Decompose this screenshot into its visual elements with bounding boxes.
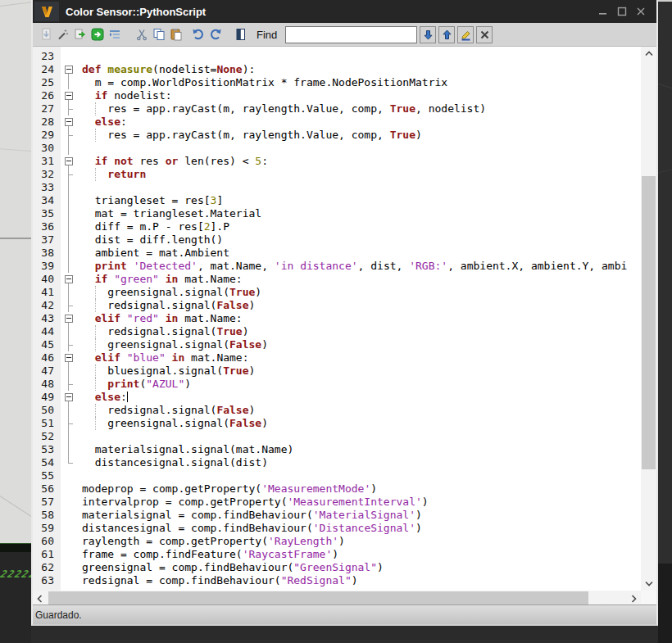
line-number: 51 [33, 417, 61, 430]
scroll-down-icon[interactable] [641, 577, 656, 591]
code-text: triangleset = res[3] [79, 194, 641, 207]
code-line[interactable]: 30 [33, 142, 641, 155]
code-editor[interactable]: 2324def measure(nodelist=None):25 m = co… [33, 47, 656, 606]
vertical-scroll-thumb[interactable] [642, 176, 656, 469]
code-line[interactable]: 59distancesignal = comp.findBehaviour('D… [33, 522, 641, 535]
paste-icon[interactable] [167, 25, 184, 43]
code-line[interactable]: 55 [33, 469, 641, 482]
line-number: 27 [33, 102, 61, 115]
line-number: 25 [33, 76, 61, 89]
line-number: 62 [33, 561, 61, 574]
background-dark-area [0, 552, 31, 643]
minimize-icon[interactable] [597, 6, 609, 18]
code-line[interactable]: 45 greensignal.signal(False) [33, 338, 641, 351]
code-line[interactable]: 46 elif "blue" in mat.Name: [33, 351, 641, 365]
clear-find-icon[interactable] [476, 26, 493, 43]
fold-margin [61, 233, 79, 247]
code-line[interactable]: 62greensignal = comp.findBehaviour("Gree… [33, 561, 641, 574]
fold-margin [61, 142, 79, 155]
code-line[interactable]: 35 mat = triangleset.Material [33, 207, 641, 220]
code-line[interactable]: 47 bluesignal.signal(True) [33, 365, 641, 378]
code-line[interactable]: 31 if not res or len(res) < 5: [33, 155, 641, 168]
code-line[interactable]: 26 if nodelist: [33, 89, 641, 102]
code-line[interactable]: 52 [33, 430, 641, 443]
code-text: elif "blue" in mat.Name: [79, 351, 641, 365]
new-document-icon[interactable] [232, 25, 249, 43]
export-icon[interactable] [71, 25, 89, 43]
horizontal-scroll-thumb[interactable] [48, 591, 588, 605]
close-icon[interactable] [634, 6, 647, 18]
fold-margin [61, 338, 79, 351]
vertical-scrollbar[interactable] [641, 47, 656, 591]
code-line[interactable]: 51 greensignal.signal(False) [33, 417, 641, 430]
code-line[interactable]: 49 else: [33, 391, 641, 404]
code-line[interactable]: 44 redsignal.signal(True) [33, 325, 641, 338]
code-text [79, 469, 641, 482]
fold-margin [61, 430, 79, 443]
fold-margin [61, 522, 79, 535]
code-line[interactable]: 54 distancesignal.signal(dist) [33, 456, 641, 469]
code-line[interactable]: 29 res = app.rayCast(m, raylength.Value,… [33, 129, 641, 142]
fold-marker[interactable] [61, 273, 79, 286]
line-number: 53 [33, 443, 61, 456]
undo-icon[interactable] [189, 25, 207, 43]
highlight-all-icon[interactable] [457, 26, 474, 43]
find-next-icon[interactable] [420, 26, 436, 43]
code-line[interactable]: 61frame = comp.findFeature('RaycastFrame… [33, 548, 641, 561]
maximize-icon[interactable] [615, 6, 628, 18]
code-line[interactable]: 25 m = comp.WorldPositionMatrix * frame.… [33, 76, 641, 89]
code-line[interactable]: 63redsignal = comp.findBehaviour("RedSig… [33, 574, 641, 587]
code-line[interactable]: 43 elif "red" in mat.Name: [33, 312, 641, 325]
line-number: 42 [33, 299, 61, 312]
fold-marker[interactable] [61, 89, 79, 102]
code-pane[interactable]: 2324def measure(nodelist=None):25 m = co… [33, 47, 641, 591]
copy-icon[interactable] [150, 25, 167, 43]
line-number: 35 [33, 207, 61, 220]
fold-marker[interactable] [61, 115, 79, 129]
fold-marker[interactable] [61, 351, 79, 365]
code-line[interactable]: 38 ambient = mat.Ambient [33, 247, 641, 260]
code-line[interactable]: 57intervalprop = comp.getProperty('Measu… [33, 496, 641, 509]
indent-icon[interactable] [106, 25, 123, 43]
fold-margin [61, 220, 79, 233]
code-line[interactable]: 37 dist = diff.length() [33, 233, 641, 247]
scroll-up-icon[interactable] [641, 47, 656, 61]
code-line[interactable]: 28 else: [33, 115, 641, 129]
run-icon[interactable] [89, 25, 106, 43]
code-text: res = app.rayCast(m, raylength.Value, co… [79, 129, 641, 142]
code-line[interactable]: 40 if "green" in mat.Name: [33, 273, 641, 286]
code-line[interactable]: 33 [33, 181, 641, 194]
code-text: m = comp.WorldPositionMatrix * frame.Nod… [79, 76, 641, 89]
redo-icon[interactable] [207, 25, 224, 43]
fold-marker[interactable] [61, 312, 79, 325]
cut-icon[interactable] [133, 25, 150, 43]
find-input[interactable] [285, 26, 417, 43]
toolbar: Find [33, 23, 656, 47]
syntax-wand-icon[interactable] [54, 25, 71, 43]
code-line[interactable]: 58materialsignal = comp.findBehaviour('M… [33, 509, 641, 522]
code-text: else: [79, 115, 641, 129]
code-line[interactable]: 34 triangleset = res[3] [33, 194, 641, 207]
code-line[interactable]: 23 [33, 50, 641, 63]
fold-marker[interactable] [61, 155, 79, 168]
line-number: 30 [33, 142, 61, 155]
line-number: 23 [33, 50, 61, 63]
fold-margin [61, 509, 79, 522]
code-line[interactable]: 41 greensignal.signal(True) [33, 286, 641, 299]
code-line[interactable]: 56modeprop = comp.getProperty('Measureme… [33, 482, 641, 496]
code-line[interactable]: 48 print("AZUL") [33, 378, 641, 391]
code-line[interactable]: 32 return [33, 168, 641, 181]
code-line[interactable]: 53 materialsignal.signal(mat.Name) [33, 443, 641, 456]
fold-marker[interactable] [61, 391, 79, 404]
code-text: redsignal.signal(True) [79, 325, 641, 338]
code-text [79, 181, 641, 194]
code-line[interactable]: 42 redsignal.signal(False) [33, 299, 641, 312]
fold-marker[interactable] [61, 63, 79, 76]
find-previous-icon[interactable] [438, 26, 455, 43]
code-line[interactable]: 39 print 'Detected', mat.Name, 'in dista… [33, 260, 641, 273]
code-line[interactable]: 27 res = app.rayCast(m, raylength.Value,… [33, 102, 641, 115]
code-line[interactable]: 50 redsignal.signal(False) [33, 404, 641, 417]
code-line[interactable]: 60raylength = comp.getProperty('RayLengt… [33, 535, 641, 548]
code-line[interactable]: 36 diff = m.P - res[2].P [33, 220, 641, 233]
code-line[interactable]: 24def measure(nodelist=None): [33, 63, 641, 76]
